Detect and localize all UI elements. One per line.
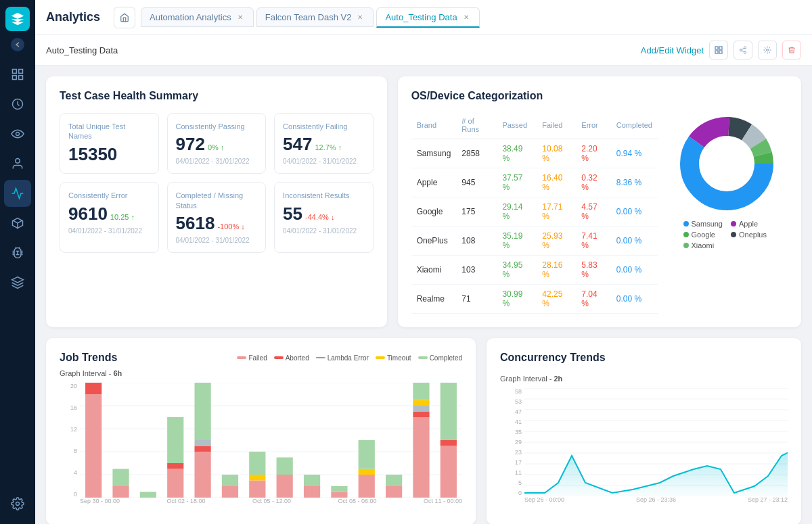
sidebar-item-person[interactable] (4, 150, 31, 177)
svg-rect-64 (413, 412, 429, 418)
oneplus-dot (731, 232, 736, 237)
svg-line-17 (742, 51, 744, 52)
subheader: Auto_Testing Data Add/Edit Widget (35, 35, 812, 66)
os-table-row: Samsung 2858 38.49 % 10.08 % 2.20 % 0.94… (411, 139, 658, 168)
col-runs: # of Runs (456, 113, 497, 139)
os-table-row: OnePlus 108 35.19 % 25.93 % 7.41 % 0.00 … (411, 227, 658, 256)
col-completed: Completed (611, 113, 658, 139)
health-summary-title: Test Case Health Summary (60, 90, 374, 102)
health-item-inconsistent: Inconsistent Results 55 -44.4% ↓ 04/01/2… (274, 182, 374, 253)
sidebar-item-analytics[interactable] (4, 180, 31, 207)
health-item-passing: Consistently Passing 972 0% ↑ 04/01/2022… (167, 113, 267, 174)
content-area: Test Case Health Summary Total Unique Te… (35, 66, 812, 524)
settings-button[interactable] (758, 41, 777, 59)
svg-rect-40 (167, 469, 183, 498)
row-1: Test Case Health Summary Total Unique Te… (46, 76, 801, 327)
svg-rect-62 (386, 475, 402, 486)
svg-rect-48 (222, 475, 238, 486)
svg-rect-61 (386, 486, 402, 498)
health-value-error: 9610 10.25 ↑ (68, 204, 150, 224)
health-value-failing: 547 12.7% ↑ (283, 134, 365, 155)
job-trends-header: Job Trends Failed Aborted Lambda Erro (60, 352, 462, 364)
app-title: Analytics (46, 10, 100, 24)
health-date-passing: 04/01/2022 - 31/01/2022 (176, 158, 258, 165)
svg-point-15 (740, 49, 742, 51)
legend-samsung: Samsung (683, 220, 723, 228)
health-item-total: Total Unique Test Names 15350 (60, 113, 159, 174)
svg-rect-57 (331, 486, 347, 492)
sidebar-collapse-button[interactable] (11, 38, 24, 51)
add-edit-widget-button[interactable]: Add/Edit Widget (641, 45, 704, 55)
concurrency-title: Concurrency Trends (500, 352, 788, 364)
job-chart-area: 20 16 12 8 4 0 (80, 383, 462, 511)
svg-rect-51 (249, 452, 265, 475)
share-button[interactable] (734, 41, 752, 59)
subheader-actions: Add/Edit Widget (641, 41, 801, 59)
svg-rect-69 (441, 440, 457, 446)
svg-rect-13 (719, 51, 722, 53)
os-title: OS/Device Categorization (411, 90, 788, 102)
tab-falcon[interactable]: Falcon Team Dash V2 ✕ (256, 7, 374, 27)
tab-automation[interactable]: Automation Analytics ✕ (141, 7, 254, 27)
health-label-error: Consistently Error (68, 191, 150, 200)
svg-point-9 (16, 502, 20, 506)
topbar: Analytics Automation Analytics ✕ Falcon … (35, 0, 812, 35)
os-table-row: Xiaomi 103 34.95 % 28.16 % 5.83 % 0.00 % (411, 256, 658, 285)
sidebar-item-eye[interactable] (4, 120, 31, 147)
lambda-swatch (316, 357, 325, 358)
tab-close-automation[interactable]: ✕ (235, 13, 245, 22)
svg-marker-82 (524, 449, 788, 496)
job-trends-title: Job Trends (60, 352, 117, 364)
health-date-completed: 04/01/2022 - 31/01/2022 (176, 237, 258, 244)
grid-view-button[interactable] (709, 41, 728, 59)
sidebar-item-dashboard[interactable] (4, 61, 31, 88)
svg-rect-3 (19, 76, 23, 80)
svg-rect-33 (85, 394, 102, 498)
health-delta-inconsistent: -44.4% ↓ (305, 213, 334, 221)
legend-aborted: Aborted (274, 354, 309, 362)
tab-bar: Automation Analytics ✕ Falcon Team Dash … (141, 7, 801, 28)
health-delta-error: 10.25 ↑ (110, 213, 135, 221)
timeout-swatch (376, 356, 385, 359)
tab-close-autotesting[interactable]: ✕ (461, 12, 471, 22)
col-failed: Failed (537, 113, 576, 139)
sidebar-item-clock[interactable] (4, 91, 31, 118)
main-area: Analytics Automation Analytics ✕ Falcon … (35, 0, 812, 524)
legend-google: Google (683, 231, 723, 239)
legend-lambda: Lambda Error (316, 354, 369, 362)
job-trends-card: Job Trends Failed Aborted Lambda Erro (46, 338, 476, 524)
health-delta-completed: -100% ↓ (217, 222, 244, 231)
delete-button[interactable] (782, 41, 801, 59)
job-chart-inner (80, 383, 462, 498)
svg-point-16 (744, 51, 746, 53)
sidebar (0, 0, 35, 524)
tab-close-falcon[interactable]: ✕ (355, 13, 365, 22)
os-layout: Brand # of Runs Passed Failed Error Comp… (411, 113, 788, 314)
health-label-completed: Completed / Missing Status (176, 191, 258, 210)
app-logo[interactable] (5, 7, 30, 31)
svg-point-5 (16, 133, 20, 136)
concurrency-chart-area: 58 53 47 41 35 29 23 17 11 5 0 (524, 388, 788, 510)
concurrency-trends-card: Concurrency Trends Graph Interval - 2h 5… (487, 338, 801, 524)
svg-rect-50 (249, 475, 265, 481)
health-date-error: 04/01/2022 - 31/01/2022 (68, 227, 150, 235)
health-label-total: Total Unique Test Names (68, 122, 150, 141)
home-button[interactable] (114, 7, 135, 28)
sidebar-item-layers[interactable] (4, 269, 31, 296)
health-delta-failing: 12.7% ↑ (315, 143, 342, 151)
health-value-passing: 972 0% ↑ (176, 134, 258, 155)
os-table-wrap: Brand # of Runs Passed Failed Error Comp… (411, 113, 658, 314)
samsung-dot (683, 221, 689, 227)
svg-rect-42 (167, 417, 183, 463)
tab-autotesting[interactable]: Auto_Testing Data ✕ (376, 7, 479, 28)
svg-rect-53 (277, 458, 293, 475)
sidebar-item-settings[interactable] (4, 490, 31, 517)
sidebar-item-cube[interactable] (4, 210, 31, 237)
svg-rect-11 (719, 47, 722, 49)
row-2: Job Trends Failed Aborted Lambda Erro (46, 338, 801, 524)
concurrency-chart-inner (524, 388, 788, 496)
sidebar-item-bug[interactable] (4, 239, 31, 266)
os-table-row: Apple 945 37.57 % 16.40 % 0.32 % 8.36 % (411, 168, 658, 197)
health-item-error: Consistently Error 9610 10.25 ↑ 04/01/20… (60, 182, 159, 253)
legend-apple: Apple (731, 220, 770, 228)
